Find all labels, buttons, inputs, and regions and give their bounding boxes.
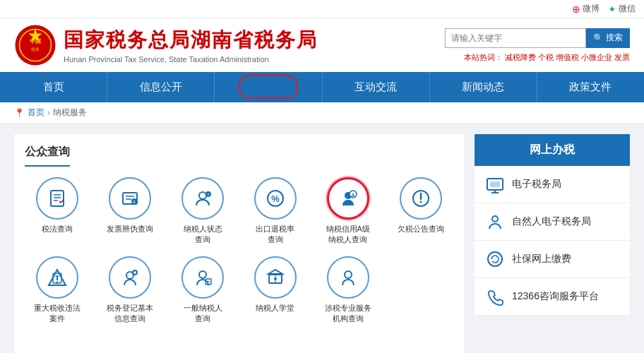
- icon-tax-reg[interactable]: 税务登记基本 信息查询: [97, 256, 163, 325]
- breadcrumb-separator: ›: [47, 108, 50, 118]
- svg-rect-43: [490, 181, 500, 187]
- weixin-btn[interactable]: ✦ 微信: [608, 3, 636, 15]
- top-bar: ⊕ 微博 ✦ 微信: [0, 0, 644, 18]
- nav-interaction[interactable]: 互动交流: [323, 72, 430, 102]
- icon-label-taxpayer-school: 纳税人学堂: [256, 303, 294, 313]
- search-box: 🔍 搜索: [445, 28, 630, 48]
- nav-policy[interactable]: 政策文件: [537, 72, 644, 102]
- weibo-icon: ⊕: [572, 4, 580, 15]
- svg-text:税务: 税务: [31, 47, 40, 52]
- logo-text: 国家税务总局湖南省税务局 Hunan Provincial Tax Servic…: [64, 27, 318, 64]
- header: 中国 税务 国家税务总局湖南省税务局 Hunan Provincial Tax …: [0, 18, 644, 72]
- svg-point-39: [345, 271, 352, 278]
- icon-label-credit-a: 纳税信用A级 纳税人查询: [326, 224, 370, 246]
- personal-etax-label: 自然人电子税务局: [512, 215, 591, 228]
- social-insurance-icon: [485, 249, 505, 269]
- svg-text:%: %: [271, 193, 280, 204]
- nav-info[interactable]: 信息公开: [107, 72, 215, 102]
- hot-word-2[interactable]: 个税: [538, 53, 554, 61]
- weixin-icon: ✦: [608, 4, 616, 15]
- etax-icon: [485, 174, 505, 194]
- right-panel: 网上办税 电子税务局 自然人电子税务局: [475, 134, 630, 353]
- hot-word-4[interactable]: 小微企业: [581, 53, 612, 61]
- icon-general-taxpayer[interactable]: 一般纳税人 查询: [170, 256, 236, 325]
- icon-label-export-tax: 出口退税率 查询: [256, 224, 294, 246]
- search-area: 🔍 搜索 本站热词： 减税降费 个税 增值税 小微企业 发票: [445, 28, 630, 63]
- icon-major-violation[interactable]: 重大税收违法 案件: [25, 256, 90, 325]
- logo-emblem: 中国 税务: [14, 24, 56, 66]
- search-button[interactable]: 🔍 搜索: [586, 28, 630, 48]
- hotline-icon: [485, 287, 505, 306]
- icon-circle-general-taxpayer: [181, 256, 224, 299]
- icon-export-tax[interactable]: % 出口退税率 查询: [243, 177, 309, 246]
- icon-circle-tax-reg: [109, 256, 151, 299]
- icon-taxpayer-school[interactable]: 纳税人学堂: [243, 256, 309, 325]
- icon-circle-taxpayer-status: ?: [181, 177, 224, 220]
- icon-label-major-violation: 重大税收违法 案件: [34, 303, 80, 325]
- icon-circle-credit-a: A: [327, 177, 369, 220]
- svg-text:A: A: [351, 193, 354, 198]
- svg-point-23: [419, 201, 422, 203]
- icon-arrears[interactable]: 欠税公告查询: [388, 177, 453, 246]
- hot-word-5[interactable]: 发票: [614, 53, 630, 61]
- icon-circle-tax-law: [36, 177, 78, 220]
- section-title: 公众查询: [25, 145, 70, 167]
- icon-label-tax-law: 税法查询: [42, 224, 73, 234]
- hot-word-3[interactable]: 增值税: [556, 53, 579, 61]
- breadcrumb-home[interactable]: 首页: [28, 107, 44, 119]
- breadcrumb-current: 纳税服务: [53, 107, 87, 119]
- weibo-label: 微博: [583, 3, 600, 15]
- icon-taxpayer-status[interactable]: ? 纳税人状态 查询: [170, 177, 236, 246]
- personal-etax-icon: [485, 212, 505, 232]
- nav-home[interactable]: 首页: [0, 72, 107, 102]
- icon-circle-export-tax: %: [254, 177, 297, 220]
- logo-area: 中国 税务 国家税务总局湖南省税务局 Hunan Provincial Tax …: [14, 24, 318, 66]
- hot-words: 本站热词： 减税降费 个税 增值税 小微企业 发票: [464, 52, 630, 63]
- org-subtitle: Hunan Provincial Tax Service, State Taxa…: [64, 55, 318, 64]
- svg-point-14: [199, 192, 206, 199]
- right-item-social-insurance[interactable]: 社保网上缴费: [475, 241, 630, 278]
- org-title: 国家税务总局湖南省税务局: [64, 27, 318, 54]
- icon-label-tax-service-org: 涉税专业服务 机构查询: [325, 303, 371, 325]
- search-input[interactable]: [445, 28, 586, 48]
- icon-tax-law[interactable]: 税法查询: [25, 177, 90, 246]
- icon-label-invoice-verify: 发票辨伪查询: [107, 224, 153, 234]
- icon-tax-service-org[interactable]: 涉税专业服务 机构查询: [315, 256, 381, 325]
- icon-circle-major-violation: [36, 256, 78, 299]
- svg-point-32: [199, 271, 206, 278]
- weibo-btn[interactable]: ⊕ 微博: [572, 3, 600, 15]
- icon-circle-tax-service-org: [327, 256, 369, 299]
- nav-tax-service[interactable]: 纳税服务: [215, 72, 322, 102]
- icon-label-tax-reg: 税务登记基本 信息查询: [107, 303, 153, 325]
- nav-news[interactable]: 新闻动态: [430, 72, 537, 102]
- icon-invoice-verify[interactable]: ¥ 发票辨伪查询: [97, 177, 163, 246]
- icon-credit-a[interactable]: A 纳税信用A级 纳税人查询: [315, 177, 381, 246]
- etax-label: 电子税务局: [512, 178, 561, 191]
- left-panel: 公众查询 税法查询 ¥ 发票辨伪查询 ? 纳税人状态: [14, 134, 464, 353]
- main-content: 公众查询 税法查询 ¥ 发票辨伪查询 ? 纳税人状态: [0, 124, 644, 353]
- right-item-etax[interactable]: 电子税务局: [475, 166, 630, 203]
- main-nav: 首页 信息公开 纳税服务 互动交流 新闻动态 政策文件: [0, 72, 644, 102]
- icon-circle-invoice-verify: ¥: [109, 177, 151, 220]
- hot-word-1[interactable]: 减税降费: [505, 53, 536, 61]
- social-insurance-label: 社保网上缴费: [512, 253, 571, 265]
- icons-grid: 税法查询 ¥ 发票辨伪查询 ? 纳税人状态 查询 %: [25, 177, 453, 325]
- hotline-label: 12366咨询服务平台: [512, 290, 599, 303]
- icon-label-arrears: 欠税公告查询: [398, 224, 444, 234]
- right-panel-title: 网上办税: [475, 134, 630, 166]
- icon-circle-taxpayer-school: [254, 256, 297, 299]
- right-item-personal-etax[interactable]: 自然人电子税务局: [475, 203, 630, 241]
- icon-label-general-taxpayer: 一般纳税人 查询: [184, 303, 222, 325]
- svg-marker-36: [268, 270, 282, 274]
- svg-point-44: [492, 216, 498, 222]
- svg-point-38: [274, 277, 277, 280]
- icon-circle-arrears: [400, 177, 442, 220]
- svg-rect-5: [51, 191, 64, 206]
- icon-label-taxpayer-status: 纳税人状态 查询: [184, 224, 222, 246]
- breadcrumb-icon: 📍: [14, 108, 25, 118]
- svg-point-45: [488, 252, 502, 266]
- hot-label: 本站热词：: [464, 53, 503, 61]
- breadcrumb: 📍 首页 › 纳税服务: [0, 102, 644, 124]
- weixin-label: 微信: [619, 3, 636, 15]
- right-item-12366[interactable]: 12366咨询服务平台: [475, 278, 630, 316]
